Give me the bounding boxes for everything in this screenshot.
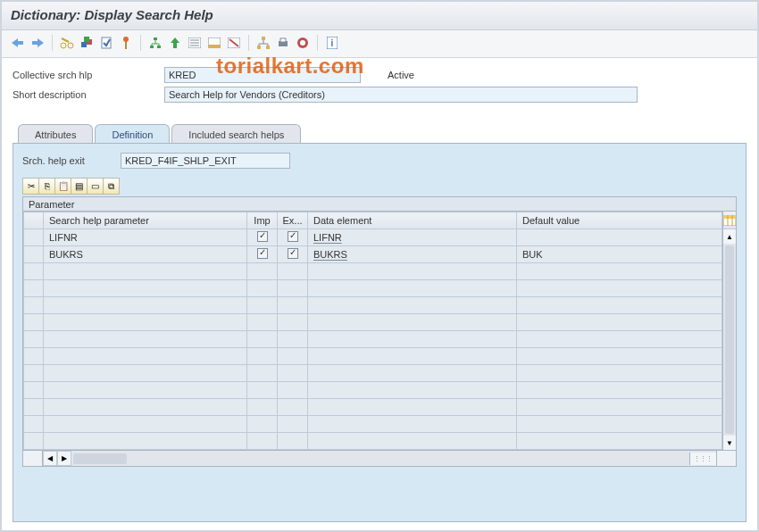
cell-default[interactable] <box>517 331 722 348</box>
row-selector[interactable] <box>24 246 44 263</box>
horizontal-scrollbar[interactable]: ◀ ▶ ⋮⋮⋮ <box>43 451 716 466</box>
cell-default[interactable] <box>517 382 722 399</box>
vertical-scrollbar[interactable]: ▲ ▼ <box>723 229 736 450</box>
cell-default[interactable] <box>517 399 722 416</box>
cell-elem[interactable] <box>308 348 517 365</box>
row-selector[interactable] <box>24 348 44 365</box>
cell-exp[interactable] <box>278 331 308 348</box>
cell-elem[interactable]: LIFNR <box>308 229 517 246</box>
cell-exp[interactable] <box>278 433 308 450</box>
table-row[interactable] <box>24 399 722 416</box>
row-selector[interactable] <box>24 314 44 331</box>
cell-exp[interactable] <box>278 280 308 297</box>
other-object-button[interactable] <box>78 34 96 52</box>
cell-elem[interactable] <box>308 416 517 433</box>
cell-param[interactable] <box>44 433 247 450</box>
duplicate-row-button[interactable]: ⧉ <box>103 178 120 195</box>
cell-imp[interactable] <box>247 246 278 263</box>
cell-exp[interactable] <box>278 365 308 382</box>
cell-elem[interactable] <box>308 382 517 399</box>
row-selector[interactable] <box>24 416 44 433</box>
cell-default[interactable] <box>517 416 722 433</box>
table-config-button[interactable] <box>723 212 736 229</box>
cell-param[interactable] <box>44 365 247 382</box>
cell-param[interactable]: BUKRS <box>44 246 247 263</box>
delete-row-button[interactable] <box>225 34 243 52</box>
insert-row-button[interactable]: ▤ <box>71 178 88 195</box>
cell-imp[interactable] <box>247 365 278 382</box>
cell-param[interactable] <box>44 314 247 331</box>
table-row[interactable] <box>24 314 722 331</box>
table-row[interactable] <box>24 331 722 348</box>
row-selector[interactable] <box>24 399 44 416</box>
cell-elem[interactable] <box>308 331 517 348</box>
col-header-param[interactable]: Search help parameter <box>44 212 247 229</box>
cell-default[interactable] <box>517 433 722 450</box>
short-desc-input[interactable] <box>164 87 638 103</box>
cell-exp[interactable] <box>278 382 308 399</box>
tech-settings-button[interactable] <box>294 34 312 52</box>
scroll-right-button[interactable]: ▶ <box>57 451 71 466</box>
back-button[interactable] <box>9 34 27 52</box>
nav-up-button[interactable] <box>166 34 184 52</box>
paste-button[interactable]: 📋 <box>54 178 71 195</box>
cell-default[interactable] <box>517 297 722 314</box>
cell-default[interactable] <box>517 365 722 382</box>
tab-included[interactable]: Included search helps <box>171 124 301 144</box>
row-selector[interactable] <box>24 263 44 280</box>
cell-imp[interactable] <box>247 382 278 399</box>
cell-elem[interactable] <box>308 263 517 280</box>
row-selector[interactable] <box>24 229 44 246</box>
cell-elem[interactable] <box>308 433 517 450</box>
cell-param[interactable] <box>44 416 247 433</box>
cell-default[interactable] <box>517 229 722 246</box>
list-button[interactable] <box>186 34 204 52</box>
forward-button[interactable] <box>29 34 46 52</box>
scroll-down-button[interactable]: ▼ <box>723 436 736 450</box>
row-selector-header[interactable] <box>24 212 44 229</box>
cell-elem[interactable] <box>308 365 517 382</box>
cell-default[interactable] <box>517 280 722 297</box>
cell-default[interactable] <box>517 348 722 365</box>
table-row[interactable] <box>24 297 722 314</box>
cell-imp[interactable] <box>247 433 278 450</box>
cell-exp[interactable] <box>278 314 308 331</box>
copy-button[interactable]: ⎘ <box>38 178 55 195</box>
cell-imp[interactable] <box>247 314 278 331</box>
cell-imp[interactable] <box>247 416 278 433</box>
structure-button[interactable] <box>254 34 272 52</box>
cell-param[interactable] <box>44 348 247 365</box>
append-button[interactable] <box>205 34 223 52</box>
tab-attributes[interactable]: Attributes <box>18 124 93 144</box>
col-header-exp[interactable]: Ex... <box>278 212 308 229</box>
cell-exp[interactable] <box>278 229 308 246</box>
row-selector[interactable] <box>24 331 44 348</box>
cell-param[interactable] <box>44 280 247 297</box>
documentation-button[interactable]: i <box>323 34 341 52</box>
row-selector[interactable] <box>24 280 44 297</box>
col-header-imp[interactable]: Imp <box>247 212 278 229</box>
where-used-button[interactable] <box>146 34 164 52</box>
row-selector[interactable] <box>24 433 44 450</box>
cell-default[interactable]: BUK <box>517 246 722 263</box>
table-row[interactable] <box>24 433 722 450</box>
cell-imp[interactable] <box>247 331 278 348</box>
exit-input[interactable] <box>121 153 290 169</box>
cell-elem[interactable]: BUKRS <box>308 246 517 263</box>
table-row[interactable] <box>24 416 722 433</box>
resize-grip[interactable]: ⋮⋮⋮ <box>689 453 716 465</box>
print-button[interactable] <box>274 34 292 52</box>
cell-default[interactable] <box>517 263 722 280</box>
table-row[interactable] <box>24 263 722 280</box>
table-row[interactable]: BUKRSBUKRSBUK <box>24 246 722 263</box>
scroll-up-button[interactable]: ▲ <box>723 229 736 244</box>
col-header-elem[interactable]: Data element <box>308 212 517 229</box>
cell-imp[interactable] <box>247 297 278 314</box>
scroll-thumb[interactable] <box>725 245 734 434</box>
cell-param[interactable] <box>44 382 247 399</box>
cell-exp[interactable] <box>278 263 308 280</box>
cell-param[interactable]: LIFNR <box>44 229 247 246</box>
cell-imp[interactable] <box>247 348 278 365</box>
cell-elem[interactable] <box>308 399 517 416</box>
table-row[interactable] <box>24 365 722 382</box>
